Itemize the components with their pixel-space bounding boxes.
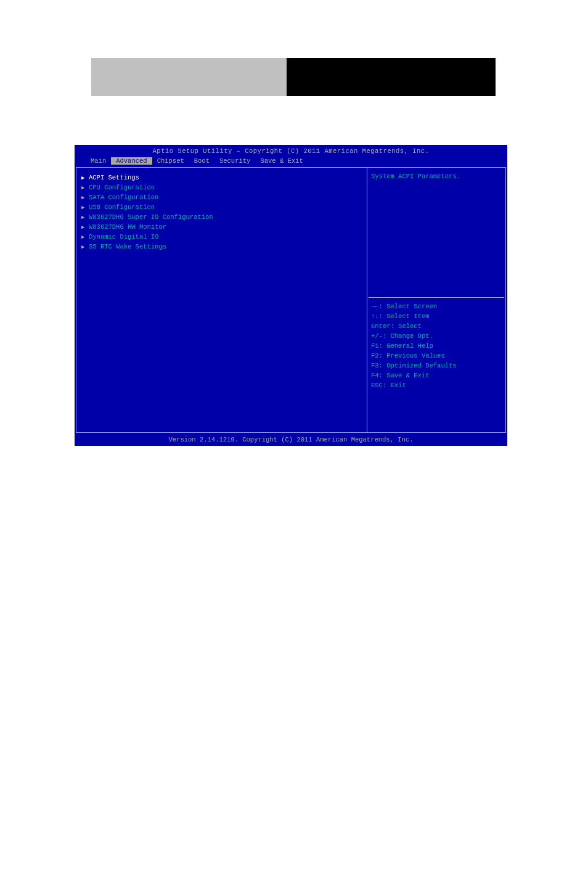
nav-esc-exit: ESC: Exit [371,380,502,390]
tab-boot[interactable]: Boot [189,157,214,165]
bios-title: Aptio Setup Utility – Copyright (C) 2011… [75,145,507,156]
bios-window: Aptio Setup Utility – Copyright (C) 2011… [75,145,507,446]
menu-acpi-settings[interactable]: ▶ ACPI Settings [76,173,367,183]
tab-security[interactable]: Security [214,157,255,165]
submenu-arrow-icon: ▶ [81,234,89,240]
tab-chipset[interactable]: Chipset [152,157,189,165]
menu-item-label: CPU Configuration [89,184,155,191]
nav-save-exit: F4: Save & Exit [371,371,502,380]
menu-hw-monitor[interactable]: ▶ W83627DHG HW Monitor [76,222,367,232]
nav-enter-select: Enter: Select [371,321,502,331]
submenu-arrow-icon: ▶ [81,244,89,250]
submenu-arrow-icon: ▶ [81,194,89,201]
main-panel: ▶ ACPI Settings ▶ CPU Configuration ▶ SA… [76,167,367,433]
page-header [91,58,496,96]
nav-general-help: F1: General Help [371,341,502,351]
content-area: ▶ ACPI Settings ▶ CPU Configuration ▶ SA… [75,167,507,433]
submenu-arrow-icon: ▶ [81,204,89,211]
nav-change-opt: +/-: Change Opt. [371,331,502,341]
submenu-arrow-icon: ▶ [81,184,89,191]
menu-item-label: USB Configuration [89,203,155,211]
menu-item-label: S5 RTC Wake Settings [89,243,166,250]
help-description: System ACPI Parameters. [367,168,505,297]
tab-advanced[interactable]: Advanced [111,157,152,165]
menu-dynamic-digital-io[interactable]: ▶ Dynamic Digital IO [76,232,367,242]
menu-item-label: Dynamic Digital IO [89,233,158,240]
menu-item-label: ACPI Settings [89,174,139,181]
menu-sata-configuration[interactable]: ▶ SATA Configuration [76,192,367,202]
menu-item-label: SATA Configuration [89,194,158,201]
menu-usb-configuration[interactable]: ▶ USB Configuration [76,202,367,212]
menu-item-label: W83627DHG Super IO Configuration [89,213,213,221]
submenu-arrow-icon: ▶ [81,214,89,221]
header-gray-block [91,58,287,96]
menu-s5-rtc-wake-settings[interactable]: ▶ S5 RTC Wake Settings [76,242,367,252]
nav-select-screen: →←: Select Screen [371,302,502,311]
side-panel: System ACPI Parameters. →←: Select Scree… [367,167,506,433]
submenu-arrow-icon: ▶ [81,175,89,181]
tab-bar: Main Advanced Chipset Boot Security Save… [75,156,507,167]
menu-item-label: W83627DHG HW Monitor [89,223,166,231]
menu-super-io-configuration[interactable]: ▶ W83627DHG Super IO Configuration [76,212,367,222]
bios-footer: Version 2.14.1219. Copyright (C) 2011 Am… [75,433,507,446]
navigation-help: →←: Select Screen ↑↓: Select Item Enter:… [367,298,505,394]
menu-cpu-configuration[interactable]: ▶ CPU Configuration [76,183,367,192]
nav-optimized-defaults: F3: Optimized Defaults [371,361,502,371]
nav-select-item: ↑↓: Select Item [371,311,502,321]
tab-save-exit[interactable]: Save & Exit [255,157,308,165]
header-black-block [287,58,496,96]
nav-previous-values: F2: Previous Values [371,351,502,361]
tab-main[interactable]: Main [86,157,111,165]
submenu-arrow-icon: ▶ [81,224,89,231]
